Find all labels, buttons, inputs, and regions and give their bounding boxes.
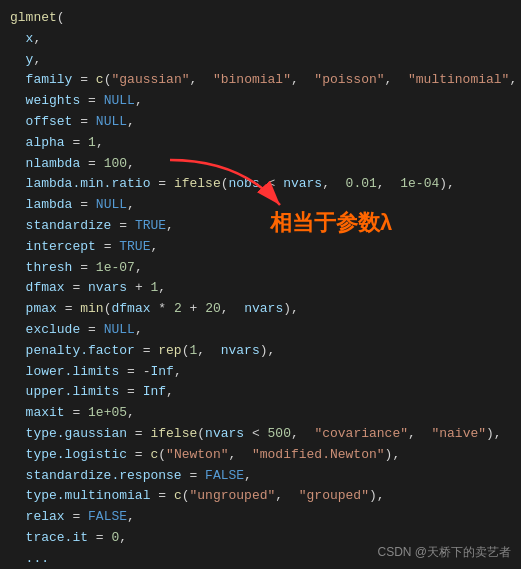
- code-line-25: relax = FALSE,: [10, 507, 511, 528]
- code-line-22: type.logistic = c("Newton", "modified.Ne…: [10, 445, 511, 466]
- code-line-19: upper.limits = Inf,: [10, 382, 511, 403]
- code-line-4: family = c("gaussian", "binomial", "pois…: [10, 70, 511, 91]
- code-line-3: y,: [10, 50, 511, 71]
- code-line-1: glmnet(: [10, 8, 511, 29]
- code-line-15: pmax = min(dfmax * 2 + 20, nvars),: [10, 299, 511, 320]
- code-line-24: type.multinomial = c("ungrouped", "group…: [10, 486, 511, 507]
- code-line-5: weights = NULL,: [10, 91, 511, 112]
- code-line-14: dfmax = nvars + 1,: [10, 278, 511, 299]
- code-line-21: type.gaussian = ifelse(nvars < 500, "cov…: [10, 424, 511, 445]
- fn-name: glmnet: [10, 10, 57, 25]
- watermark: CSDN @天桥下的卖艺者: [377, 544, 511, 561]
- code-line-13: thresh = 1e-07,: [10, 258, 511, 279]
- code-line-2: x,: [10, 29, 511, 50]
- code-line-16: exclude = NULL,: [10, 320, 511, 341]
- code-container: glmnet( x, y, family = c("gaussian", "bi…: [0, 0, 521, 569]
- code-line-20: maxit = 1e+05,: [10, 403, 511, 424]
- code-line-6: offset = NULL,: [10, 112, 511, 133]
- code-line-17: penalty.factor = rep(1, nvars),: [10, 341, 511, 362]
- code-line-18: lower.limits = -Inf,: [10, 362, 511, 383]
- annotation-text: 相当于参数λ: [270, 208, 392, 238]
- code-line-23: standardize.response = FALSE,: [10, 466, 511, 487]
